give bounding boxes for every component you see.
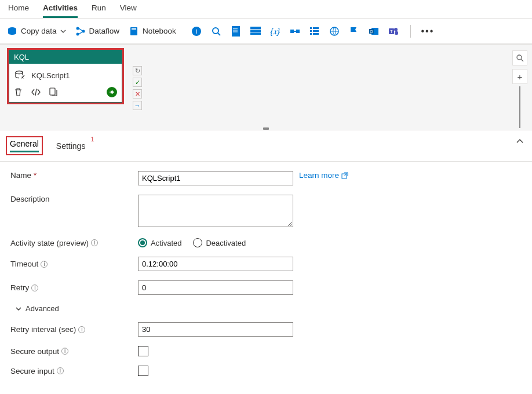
info-icon[interactable]: i — [31, 284, 38, 291]
svg-rect-20 — [313, 30, 319, 32]
description-input[interactable] — [138, 195, 293, 227]
svg-rect-19 — [310, 30, 312, 32]
radio-activated-label: Activated — [151, 239, 181, 247]
svg-point-8 — [213, 28, 218, 34]
advanced-toggle[interactable]: Advanced — [15, 304, 522, 313]
port-refresh[interactable]: ↻ — [133, 66, 142, 75]
svg-rect-22 — [313, 33, 319, 35]
canvas-scrollbar[interactable] — [519, 86, 520, 128]
svg-rect-32 — [50, 88, 55, 95]
info-icon[interactable]: i — [41, 261, 48, 268]
script-icon[interactable] — [231, 26, 241, 37]
node-ports: ↻ ✓ ✕ → — [133, 66, 142, 110]
properties-pane: General Settings 1 Name * Learn more — [0, 130, 532, 382]
more-button[interactable]: ••• — [422, 26, 433, 37]
name-input[interactable] — [138, 171, 293, 185]
svg-rect-29 — [395, 31, 398, 35]
port-failure[interactable]: ✕ — [133, 89, 142, 99]
svg-rect-13 — [250, 32, 261, 35]
search-icon[interactable] — [211, 26, 221, 37]
svg-rect-11 — [250, 27, 261, 29]
timeout-input[interactable] — [138, 257, 293, 271]
notebook-button[interactable]: Notebook — [129, 26, 176, 37]
tab-settings[interactable]: Settings 1 — [53, 140, 89, 152]
svg-rect-15 — [296, 30, 300, 33]
kql-icon — [14, 70, 25, 81]
learn-more-link[interactable]: Learn more — [299, 171, 348, 180]
advanced-label: Advanced — [25, 304, 59, 313]
dataflow-button[interactable]: Dataflow — [75, 26, 120, 37]
copy-data-button[interactable]: Copy data — [7, 26, 66, 37]
tab-settings-label: Settings — [56, 141, 86, 151]
tab-run[interactable]: Run — [92, 3, 106, 18]
pipeline-icon[interactable] — [290, 26, 300, 37]
svg-point-2 — [76, 32, 79, 35]
tab-general-label: General — [10, 139, 39, 148]
activity-node-highlight: KQL KQLScript1 ↻ ✓ ✕ → — [7, 48, 124, 104]
svg-point-28 — [394, 28, 398, 31]
canvas[interactable]: KQL KQLScript1 ↻ ✓ ✕ → + — [0, 44, 532, 130]
flag-icon[interactable] — [349, 26, 359, 37]
radio-deactivated[interactable]: Deactivated — [193, 238, 246, 247]
port-completion[interactable]: → — [133, 101, 142, 110]
svg-text:i: i — [196, 28, 197, 35]
collapse-pane-button[interactable] — [516, 137, 524, 145]
info-icon[interactable]: i — [61, 348, 68, 355]
dataflow-icon — [75, 26, 86, 37]
list-icon[interactable] — [309, 26, 320, 37]
tab-activities[interactable]: Activities — [43, 3, 78, 18]
tab-settings-badge: 1 — [91, 136, 94, 143]
tab-general[interactable]: General — [6, 136, 43, 155]
svg-point-33 — [517, 55, 522, 60]
database-icon — [7, 26, 17, 37]
code-icon[interactable] — [31, 88, 41, 96]
activity-node[interactable]: KQL KQLScript1 — [9, 50, 122, 103]
notebook-label: Notebook — [143, 27, 176, 35]
retry-interval-input[interactable] — [138, 322, 293, 337]
run-icon[interactable] — [107, 87, 117, 97]
port-success[interactable]: ✓ — [133, 78, 142, 87]
secure-input-label: Secure input — [10, 367, 54, 375]
canvas-add-button[interactable]: + — [512, 69, 527, 84]
required-indicator: * — [34, 171, 37, 180]
globe-icon[interactable] — [329, 26, 340, 37]
activity-node-title: KQLScript1 — [31, 71, 70, 80]
secure-input-checkbox[interactable] — [138, 366, 148, 376]
radio-activated[interactable]: Activated — [138, 238, 181, 247]
name-label: Name — [10, 171, 31, 180]
toolbar: Copy data Dataflow Notebook i {𝑥} O T ••… — [0, 19, 532, 44]
copy-icon[interactable] — [49, 87, 57, 97]
svg-line-9 — [218, 33, 220, 35]
activity-state-label: Activity state (preview) — [10, 239, 89, 247]
secure-output-label: Secure output — [10, 347, 59, 356]
delete-icon[interactable] — [14, 87, 23, 97]
teams-icon[interactable]: T — [388, 26, 399, 37]
svg-rect-21 — [310, 33, 312, 35]
canvas-search-button[interactable] — [512, 50, 527, 65]
external-link-icon — [341, 172, 348, 179]
description-label: Description — [10, 195, 50, 203]
activity-node-type: KQL — [9, 50, 122, 64]
outlook-icon[interactable]: O — [369, 26, 379, 37]
info-icon[interactable]: i — [91, 239, 98, 246]
info-icon[interactable]: i — [57, 367, 64, 374]
table-icon[interactable] — [250, 26, 261, 37]
notebook-icon — [129, 26, 139, 37]
tab-view[interactable]: View — [120, 3, 137, 18]
secure-output-checkbox[interactable] — [138, 346, 148, 356]
timeout-label: Timeout — [10, 260, 38, 268]
info-icon[interactable]: i — [191, 26, 202, 37]
toolbar-divider — [410, 25, 411, 38]
tab-home[interactable]: Home — [8, 3, 29, 18]
svg-rect-18 — [313, 27, 319, 29]
variable-icon[interactable]: {𝑥} — [270, 26, 280, 37]
retry-input[interactable] — [138, 280, 293, 295]
svg-rect-17 — [310, 27, 312, 29]
svg-text:O: O — [370, 30, 373, 34]
svg-line-34 — [521, 59, 523, 61]
chevron-down-icon — [60, 28, 66, 34]
info-icon[interactable]: i — [78, 326, 85, 333]
chevron-down-icon — [15, 305, 22, 312]
copy-data-label: Copy data — [21, 27, 57, 35]
svg-point-31 — [16, 71, 23, 74]
